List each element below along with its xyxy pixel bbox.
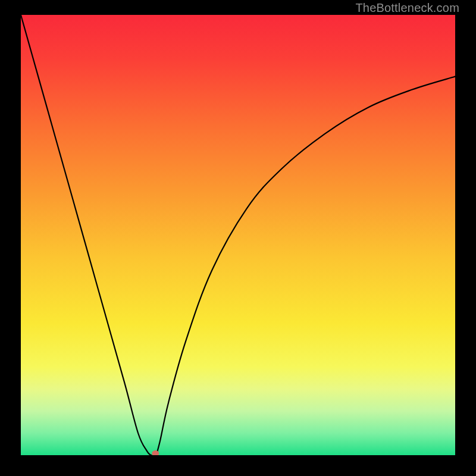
plot-inner [21, 15, 455, 455]
attribution-label: TheBottleneck.com [355, 1, 459, 15]
chart-svg [21, 15, 455, 455]
plot-area [21, 15, 455, 455]
chart-frame: TheBottleneck.com [0, 0, 476, 476]
gradient-background [21, 15, 455, 455]
